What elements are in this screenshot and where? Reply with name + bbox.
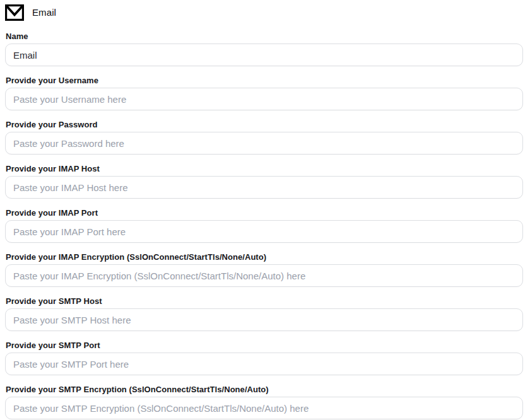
form-header: Email — [5, 4, 523, 21]
field-smtp-port: Provide your SMTP Port — [5, 341, 523, 375]
password-label: Provide your Password — [6, 120, 523, 130]
smtp-port-label: Provide your SMTP Port — [6, 341, 523, 351]
field-imap-encryption: Provide your IMAP Encryption (SslOnConne… — [5, 252, 523, 287]
password-input[interactable] — [5, 132, 523, 155]
name-input[interactable] — [5, 44, 523, 66]
field-imap-port: Provide your IMAP Port — [5, 208, 523, 243]
username-label: Provide your Username — [6, 76, 523, 86]
imap-port-input[interactable] — [5, 220, 523, 243]
imap-port-label: Provide your IMAP Port — [6, 208, 523, 218]
field-password: Provide your Password — [5, 120, 523, 155]
smtp-host-input[interactable] — [5, 308, 523, 331]
field-smtp-encryption: Provide your SMTP Encryption (SslOnConne… — [5, 385, 523, 419]
smtp-port-input[interactable] — [5, 353, 523, 375]
envelope-icon — [5, 4, 24, 21]
imap-host-label: Provide your IMAP Host — [6, 164, 523, 174]
imap-host-input[interactable] — [5, 176, 523, 199]
smtp-encryption-label: Provide your SMTP Encryption (SslOnConne… — [6, 385, 523, 395]
field-name: Name — [5, 32, 523, 66]
imap-encryption-label: Provide your IMAP Encryption (SslOnConne… — [6, 252, 523, 262]
form-title: Email — [32, 7, 56, 18]
smtp-encryption-input[interactable] — [5, 397, 523, 419]
field-username: Provide your Username — [5, 76, 523, 110]
name-label: Name — [6, 32, 523, 42]
smtp-host-label: Provide your SMTP Host — [6, 296, 523, 306]
field-smtp-host: Provide your SMTP Host — [5, 296, 523, 331]
field-imap-host: Provide your IMAP Host — [5, 164, 523, 199]
email-settings-form: Email Name Provide your Username Provide… — [0, 0, 530, 420]
fields-container: Name Provide your Username Provide your … — [5, 32, 523, 419]
imap-encryption-input[interactable] — [5, 264, 523, 287]
username-input[interactable] — [5, 88, 523, 110]
